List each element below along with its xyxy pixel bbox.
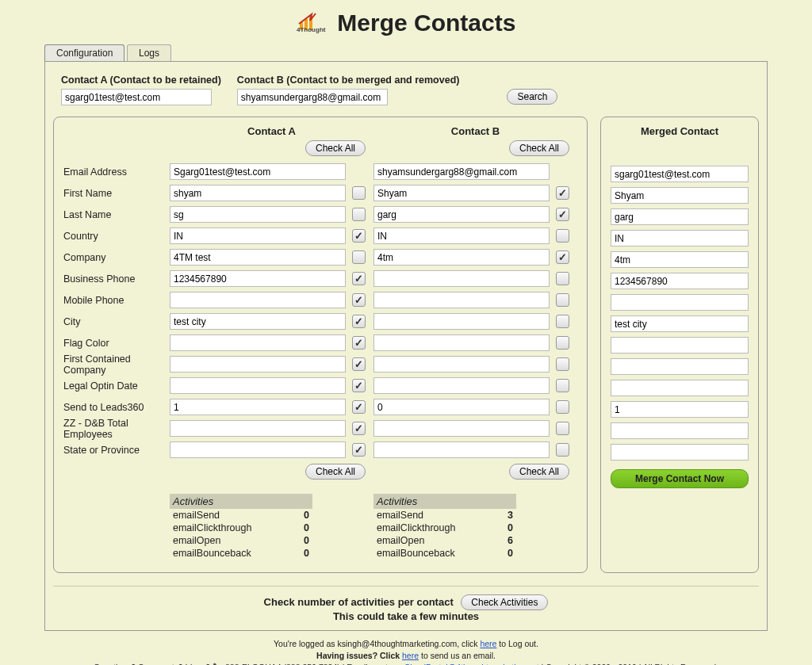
logout-link[interactable]: here	[480, 639, 496, 648]
tab-configuration[interactable]: Configuration	[44, 44, 124, 61]
field-input-b[interactable]	[373, 399, 550, 415]
field-input-b[interactable]	[373, 420, 550, 437]
field-check-b[interactable]	[556, 229, 569, 243]
field-check-a[interactable]	[352, 250, 366, 264]
field-input-b[interactable]	[373, 227, 550, 244]
activities-section: Activities emailSend0emailClickthrough0e…	[63, 484, 577, 560]
field-check-a[interactable]	[352, 336, 366, 350]
check-all-a-bottom[interactable]: Check All	[305, 464, 366, 480]
field-input-b[interactable]	[373, 185, 550, 201]
field-input-b[interactable]	[373, 270, 550, 287]
merged-input[interactable]	[611, 380, 749, 396]
field-input-a[interactable]	[170, 356, 346, 373]
field-check-b[interactable]	[556, 379, 569, 392]
field-input-b[interactable]	[373, 356, 550, 373]
check-activities-button[interactable]: Check Activities	[461, 594, 548, 610]
logo-icon: 4Thought	[297, 11, 328, 36]
field-input-b[interactable]	[373, 377, 550, 394]
merged-input[interactable]	[611, 294, 749, 311]
field-input-a[interactable]	[170, 420, 346, 437]
field-input-a[interactable]	[170, 334, 346, 351]
field-input-a[interactable]	[170, 185, 346, 201]
field-input-b[interactable]	[373, 206, 550, 223]
search-button[interactable]: Search	[507, 89, 557, 105]
field-input-b[interactable]	[373, 163, 550, 180]
check-all-b-top[interactable]: Check All	[509, 140, 569, 156]
field-check-a[interactable]	[352, 379, 366, 392]
activity-row: emailClickthrough0	[373, 522, 516, 534]
field-check-a[interactable]	[352, 293, 366, 307]
field-input-a[interactable]	[170, 313, 346, 330]
field-check-b[interactable]	[556, 250, 569, 264]
field-label: Send to Leads360	[63, 402, 170, 413]
activity-row: emailOpen6	[373, 534, 516, 547]
field-check-b[interactable]	[556, 293, 569, 307]
merged-input[interactable]	[611, 208, 749, 225]
field-check-b[interactable]	[556, 400, 569, 414]
field-check-b[interactable]	[556, 186, 569, 200]
field-row: Legal Optin Date	[63, 375, 577, 396]
field-check-b[interactable]	[556, 336, 569, 350]
field-check-a[interactable]	[352, 422, 366, 435]
main-panel: Contact A (Contact to be retained) Conta…	[44, 61, 768, 631]
issues-link[interactable]: here	[402, 651, 419, 660]
merged-input[interactable]	[611, 315, 749, 332]
merge-now-button[interactable]: Merge Contact Now	[611, 469, 749, 488]
page-header: 4Thought Merge Contacts	[0, 0, 812, 40]
field-label: City	[63, 316, 170, 327]
field-label: Flag Color	[63, 338, 170, 349]
field-row: Send to Leads360	[63, 396, 577, 418]
tab-logs[interactable]: Logs	[127, 44, 171, 61]
merged-input[interactable]	[611, 251, 749, 268]
field-label: Email Address	[63, 166, 170, 178]
field-check-b[interactable]	[556, 272, 569, 285]
merged-input[interactable]	[611, 444, 749, 461]
check-activities-note: This could take a few minutes	[333, 610, 479, 622]
merged-input[interactable]	[611, 401, 749, 418]
search-row: Contact A (Contact to be retained) Conta…	[53, 75, 759, 105]
field-check-b[interactable]	[556, 208, 569, 221]
field-check-a[interactable]	[352, 400, 366, 414]
field-input-a[interactable]	[170, 377, 346, 394]
field-input-a[interactable]	[170, 163, 346, 180]
merged-input[interactable]	[611, 166, 749, 182]
field-input-a[interactable]	[170, 270, 346, 287]
merged-input[interactable]	[611, 273, 749, 289]
field-check-b[interactable]	[556, 315, 569, 328]
field-check-a[interactable]	[352, 186, 366, 200]
field-input-a[interactable]	[170, 206, 346, 223]
check-all-a-top[interactable]: Check All	[305, 140, 366, 156]
field-input-b[interactable]	[373, 313, 550, 330]
field-check-a[interactable]	[352, 208, 366, 221]
contact-b-input[interactable]	[237, 89, 388, 105]
field-check-b[interactable]	[556, 422, 569, 435]
field-row: Flag Color	[63, 332, 577, 354]
field-check-a[interactable]	[352, 272, 366, 285]
field-input-b[interactable]	[373, 334, 550, 351]
field-input-b[interactable]	[373, 441, 550, 458]
field-label: Legal Optin Date	[63, 380, 170, 392]
field-input-a[interactable]	[170, 292, 346, 308]
field-label: Country	[63, 231, 170, 242]
merged-input[interactable]	[611, 422, 749, 439]
field-check-a[interactable]	[352, 229, 366, 243]
check-all-b-bottom[interactable]: Check All	[509, 464, 569, 480]
field-input-b[interactable]	[373, 249, 550, 266]
field-input-a[interactable]	[170, 227, 346, 244]
field-input-a[interactable]	[170, 399, 346, 415]
activity-row: emailBounceback0	[170, 547, 312, 560]
field-check-a[interactable]	[352, 443, 366, 457]
field-check-b[interactable]	[556, 357, 569, 371]
merged-input[interactable]	[611, 187, 749, 204]
merged-input[interactable]	[611, 337, 749, 354]
check-activities-label: Check number of activities per contact	[264, 596, 454, 608]
field-check-b[interactable]	[556, 443, 569, 457]
field-input-b[interactable]	[373, 292, 550, 308]
field-check-a[interactable]	[352, 315, 366, 328]
contact-a-input[interactable]	[61, 89, 212, 105]
field-check-a[interactable]	[352, 357, 366, 371]
field-input-a[interactable]	[170, 249, 346, 266]
field-input-a[interactable]	[170, 441, 346, 458]
merged-input[interactable]	[611, 230, 749, 247]
merged-input[interactable]	[611, 358, 749, 375]
